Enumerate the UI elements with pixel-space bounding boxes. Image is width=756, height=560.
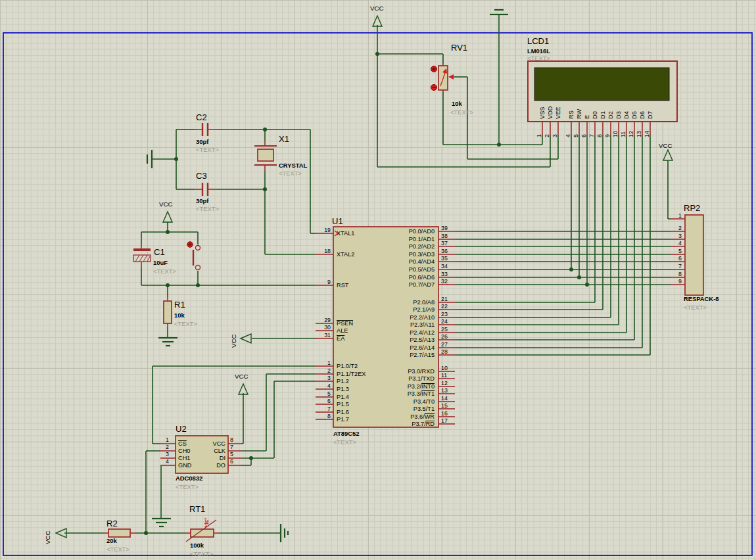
x1-part: CRYSTAL — [279, 162, 307, 169]
u2-right-pin-name-0-pre: VCC — [213, 440, 226, 447]
u1-right-pin-name-20: P3.4/T0 — [413, 398, 435, 405]
u2-left-pin-name-2-pre: CH1 — [178, 455, 190, 461]
junction-dot — [375, 52, 379, 56]
rv1-value: 10k — [452, 100, 462, 107]
vcc-terminal-top[interactable]: VCC — [370, 5, 384, 26]
vcc-label: VCC — [159, 200, 173, 208]
u1-right-pin-name-18: P3.2/INT0 — [408, 383, 435, 390]
component-rt1-thermistor[interactable]: RT1 +tc° 100k <TEXT> — [186, 504, 216, 557]
c1-ref: C1 — [154, 247, 165, 257]
rp2-pin-number-8: 9 — [678, 278, 682, 285]
lcd-pin-number-10: 11 — [620, 131, 626, 137]
u1-left-pin-name-11-pre: P1.5 — [337, 401, 349, 408]
u1-right-pin-name-5-pre: P0.5/AD5 — [409, 266, 435, 273]
component-reset-button[interactable] — [187, 242, 201, 270]
junction-dot — [196, 283, 200, 287]
ground-symbol-u2[interactable] — [152, 519, 171, 526]
rv1-ref: RV1 — [451, 43, 467, 53]
u1-right-pin-number-1: 38 — [441, 233, 448, 239]
c3-value: 30pf — [196, 197, 209, 204]
u1-right-pin-name-13: P2.5/A13 — [410, 337, 435, 343]
u1-left-pin-number-13: 8 — [327, 413, 331, 419]
ground-symbol-top-right[interactable] — [490, 10, 508, 14]
vcc-terminal-u2[interactable]: VCC — [235, 373, 248, 394]
vcc-terminal-ea[interactable]: VCC — [230, 334, 251, 348]
component-x1-crystal[interactable]: X1 CRYSTAL <TEXT> — [254, 134, 307, 177]
u1-right-pin-name-14: P2.6/A14 — [410, 344, 435, 351]
rt1-tc-marking: +tc° — [203, 517, 210, 528]
u2-right-pin-number-3: 6 — [230, 458, 233, 465]
u2-left-pin-name-2: CH1 — [178, 455, 190, 461]
u2-right-pin-name-0: VCC — [213, 440, 226, 447]
u1-right-pin-name-14-pre: P2.6/A14 — [410, 344, 435, 351]
u1-right-pin-name-2-pre: P0.2/AD2 — [409, 243, 435, 250]
u2-left-pin-name-1: CH0 — [178, 448, 190, 454]
vcc-terminal-rp2[interactable]: VCC — [659, 142, 673, 160]
component-c3-cap[interactable]: C3 30pf <TEXT> — [196, 171, 219, 212]
component-r1-resistor[interactable]: R1 10k <TEXT> — [164, 300, 197, 327]
lcd-pin-name-10: D4 — [623, 111, 630, 119]
u2-left-pin-name-3: GND — [178, 462, 192, 469]
u2-right-pin-number-2: 5 — [230, 451, 233, 457]
rp2-pin-number-1: 2 — [678, 225, 682, 231]
junction-dot — [174, 157, 178, 161]
junction-dot — [263, 187, 267, 191]
u1-right-pin-number-3: 36 — [441, 248, 448, 254]
rp2-pin-number-4: 5 — [678, 248, 682, 254]
u1-left-pin-number-9: 4 — [327, 383, 331, 389]
c2-value: 30pf — [196, 138, 209, 145]
c2-ref: C2 — [196, 112, 207, 122]
lcd1-part: LM016L — [527, 47, 550, 55]
u2-left-pin-name-3-pre: GND — [178, 462, 192, 469]
u1-right-pin-name-4-pre: P0.4/AD4 — [409, 258, 435, 265]
vcc-terminal-c1[interactable]: VCC — [159, 200, 173, 222]
u1-left-pin-name-8: P1.2 — [337, 378, 349, 385]
u1-right-pin-name-12: P2.4/A12 — [410, 329, 435, 336]
u1-left-pin-name-12-pre: P1.6 — [337, 409, 349, 415]
u1-left-pin-name-3-bar: PSEN — [337, 320, 353, 327]
ground-symbol-rt1[interactable] — [281, 524, 288, 542]
ground-symbol-crystal[interactable] — [147, 150, 152, 168]
lcd-pin-number-8: 9 — [604, 134, 611, 137]
u1-right-pin-name-4: P0.4/AD4 — [409, 258, 435, 265]
u2-text-placeholder: <TEXT> — [176, 483, 199, 490]
lcd-pin-number-3: 4 — [565, 134, 571, 137]
u1-right-pin-name-18-pre: P3.2/ — [408, 383, 422, 390]
u1-right-pin-name-0: P0.0/AD0 — [409, 228, 435, 235]
pot-decrease-button[interactable] — [431, 85, 437, 91]
u1-left-pin-name-0-pre: XTAL1 — [337, 230, 354, 237]
component-r2-resistor[interactable]: R2 20k <TEXT> — [106, 519, 130, 553]
lcd-pin-name-6: D0 — [592, 111, 598, 119]
lcd-pin-name-13: D7 — [647, 111, 653, 119]
u2-right-pin-name-1: CLK — [214, 448, 226, 454]
u1-right-pin-number-8: 21 — [441, 296, 448, 302]
vcc-terminal-r2[interactable]: VCC — [44, 528, 66, 544]
u1-right-pin-name-8-pre: P2.0/A8 — [413, 299, 435, 306]
pot-increase-button[interactable] — [431, 66, 437, 72]
r1-ref: R1 — [174, 300, 185, 310]
u2-right-pin-name-2-pre: DI — [220, 455, 225, 461]
lcd-pin-name-3: RS — [568, 110, 575, 119]
u1-right-pin-number-2: 37 — [441, 240, 448, 246]
schematic-canvas: VCC VCC VCC VCC VCC VCC U1 AT89C52 <TEXT… — [0, 0, 756, 560]
component-c1-cap[interactable]: C1 10uF <TEXT> — [133, 247, 176, 275]
x1-ref: X1 — [279, 134, 289, 144]
button-actuate-marker[interactable] — [187, 242, 193, 247]
r1-value: 10k — [174, 312, 185, 319]
component-c2-cap[interactable]: C2 30pf <TEXT> — [196, 112, 219, 153]
lcd-pin-number-9: 10 — [612, 131, 619, 137]
rt1-value: 100k — [190, 542, 204, 549]
u1-left-pin-number-2: 9 — [327, 279, 331, 285]
u1-left-pin-name-2-pre: RST — [337, 282, 349, 289]
component-rp2-respack[interactable]: RP2 RESPACK-8 <TEXT> — [684, 203, 719, 311]
u1-left-pin-name-10: P1.4 — [337, 394, 349, 400]
u1-right-pin-name-10: P2.2/A10 — [410, 314, 435, 321]
vcc-label: VCC — [235, 373, 248, 380]
u1-left-pin-name-3: PSEN — [337, 320, 353, 327]
u1-left-pin-number-5: 31 — [324, 332, 331, 338]
ground-symbol-r1[interactable] — [158, 338, 177, 346]
u2-part: ADC0832 — [176, 475, 202, 482]
u1-left-pin-number-4: 30 — [324, 324, 331, 331]
u1-right-pin-name-6: P0.6/AD6 — [409, 274, 435, 281]
u1-right-pin-name-15: P2.7/A15 — [410, 352, 435, 358]
